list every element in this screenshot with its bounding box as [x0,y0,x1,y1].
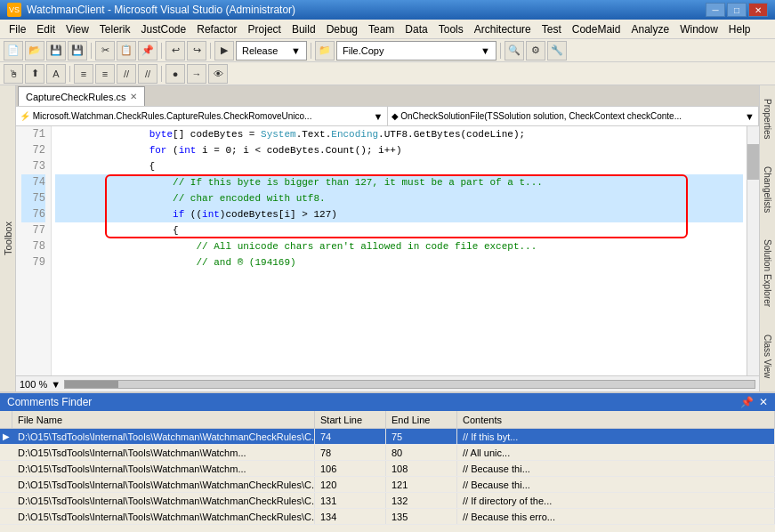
tab-bar: CaptureCheckRules.cs ✕ [16,85,759,107]
configuration-dropdown[interactable]: Release ▼ [236,41,307,60]
td-start-1: 78 [315,445,386,460]
col-filename: File Name [12,411,315,428]
menu-help[interactable]: Help [723,21,756,37]
menu-team[interactable]: Team [363,21,400,37]
menu-window[interactable]: Window [674,21,723,37]
editor-container: CaptureCheckRules.cs ✕ ⚡ Microsoft.Watch… [16,85,759,391]
line-numbers: 71 72 73 74 75 76 77 78 79 [16,126,52,375]
namespace-dropdown[interactable]: ⚡ Microsoft.Watchman.CheckRules.CaptureR… [16,107,388,125]
comment-btn[interactable]: // [117,64,136,84]
zoom-level[interactable]: 100 % [20,379,47,390]
code-nav: ⚡ Microsoft.Watchman.CheckRules.CaptureR… [16,107,759,126]
table-row[interactable]: D:\O15\TsdTools\Internal\Tools\Watchman\… [0,445,775,461]
menu-codemaid[interactable]: CodeMaid [567,21,626,37]
menu-view[interactable]: View [61,21,94,37]
menu-debug[interactable]: Debug [321,21,363,37]
td-file-2: D:\O15\TsdTools\Internal\Tools\Watchman\… [12,461,315,476]
menu-refactor[interactable]: Refactor [191,21,242,37]
run-button[interactable]: ▶ [214,41,234,60]
cut-button[interactable]: ✂ [95,41,115,60]
code-editor[interactable]: 71 72 73 74 75 76 77 78 79 byte[] codeBy… [16,126,759,375]
breakpoint-btn[interactable]: ● [165,64,185,84]
line-num-78: 78 [21,238,45,254]
h-scroll-thumb[interactable] [65,381,118,388]
menu-architecture[interactable]: Architecture [469,21,537,37]
code-line-79: // and ® (194169) [55,254,743,270]
open-button[interactable]: 📂 [25,41,44,60]
changelists-label[interactable]: Changelists [763,163,772,216]
editor-scrollbar[interactable] [747,126,759,375]
properties-label[interactable]: Properties [763,95,772,143]
method-dropdown[interactable]: ◆ OnCheckSolutionFile(TSSolution solutio… [388,107,760,125]
line-num-79: 79 [21,254,45,270]
indent-btn[interactable]: ≡ [74,64,93,84]
td-end-0: 75 [386,429,457,444]
unindent-btn[interactable]: ≡ [95,64,115,84]
save-button[interactable]: 💾 [46,41,66,60]
menu-justcode[interactable]: JustCode [136,21,192,37]
td-start-2: 106 [315,461,386,476]
file-copy-dropdown[interactable]: File.Copy ▼ [336,41,496,60]
menu-data[interactable]: Data [400,21,432,37]
pin-icon[interactable]: 📌 [740,396,754,408]
maximize-button[interactable]: □ [727,3,747,17]
td-start-3: 120 [315,477,386,492]
close-panel-button[interactable]: ✕ [759,396,768,408]
menu-edit[interactable]: Edit [31,21,61,37]
td-contents-4: // If directory of the... [457,493,775,508]
solution-explorer-label[interactable]: Solution Explorer [763,236,772,310]
td-end-3: 121 [386,477,457,492]
tb2-btn2[interactable]: ⬆ [25,64,44,84]
table-row[interactable]: D:\O15\TsdTools\Internal\Tools\Watchman\… [0,509,775,525]
save-all-button[interactable]: 💾 [68,41,87,60]
tab-capturecheckrules[interactable]: CaptureCheckRules.cs ✕ [18,86,145,106]
panel-title-bar: Comments Finder 📌 ✕ [0,393,775,411]
close-button[interactable]: ✕ [748,3,768,17]
uncomment-btn[interactable]: // [138,64,157,84]
scroll-thumb[interactable] [747,144,759,180]
menu-test[interactable]: Test [537,21,567,37]
title-bar: VS WatchmanClient - Microsoft Visual Stu… [0,0,775,20]
menu-analyze[interactable]: Analyze [626,21,674,37]
new-file-button[interactable]: 📄 [4,41,23,60]
tb-btn-1[interactable]: 🔍 [505,41,524,60]
table-row[interactable]: D:\O15\TsdTools\Internal\Tools\Watchman\… [0,461,775,477]
line-num-72: 72 [21,142,45,158]
td-file-0: D:\O15\TsdTools\Internal\Tools\Watchman\… [12,429,315,444]
table-row[interactable]: D:\O15\TsdTools\Internal\Tools\Watchman\… [0,477,775,493]
menu-build[interactable]: Build [287,21,321,37]
menu-tools[interactable]: Tools [433,21,469,37]
copy-button[interactable]: 📋 [117,41,136,60]
td-end-1: 80 [386,445,457,460]
watch-btn[interactable]: 👁 [208,64,228,84]
td-start-4: 131 [315,493,386,508]
tb2-btn1[interactable]: 🖱 [4,64,23,84]
tab-label: CaptureCheckRules.cs [26,92,126,102]
td-file-5: D:\O15\TsdTools\Internal\Tools\Watchman\… [12,509,315,524]
paste-button[interactable]: 📌 [138,41,157,60]
table-row[interactable]: D:\O15\TsdTools\Internal\Tools\Watchman\… [0,493,775,509]
sep6 [69,66,70,82]
menu-project[interactable]: Project [243,21,287,37]
menu-telerik[interactable]: Telerik [94,21,136,37]
tab-close-button[interactable]: ✕ [130,92,137,101]
td-contents-1: // All unic... [457,445,775,460]
h-scroll[interactable] [64,380,755,389]
sep5 [500,43,501,59]
menu-file[interactable]: File [4,21,31,37]
zoom-dropdown-arrow[interactable]: ▼ [51,379,61,390]
tb2-btn3[interactable]: A [46,64,66,84]
undo-button[interactable]: ↩ [165,41,185,60]
table-row[interactable]: ▶ D:\O15\TsdTools\Internal\Tools\Watchma… [0,429,775,445]
td-end-2: 108 [386,461,457,476]
menu-bar: File Edit View Telerik JustCode Refactor… [0,20,775,39]
tb-btn-3[interactable]: 🔧 [547,41,567,60]
redo-button[interactable]: ↪ [187,41,206,60]
code-content[interactable]: byte[] codeBytes = System.Text.Encoding.… [52,126,747,375]
toolbox-label[interactable]: Toolbox [3,222,13,255]
tb-btn-2[interactable]: ⚙ [526,41,545,60]
class-view-label[interactable]: Class View [763,331,772,382]
code-line-73: { [55,158,743,174]
minimize-button[interactable]: ─ [706,3,725,17]
step-btn[interactable]: → [187,64,206,84]
